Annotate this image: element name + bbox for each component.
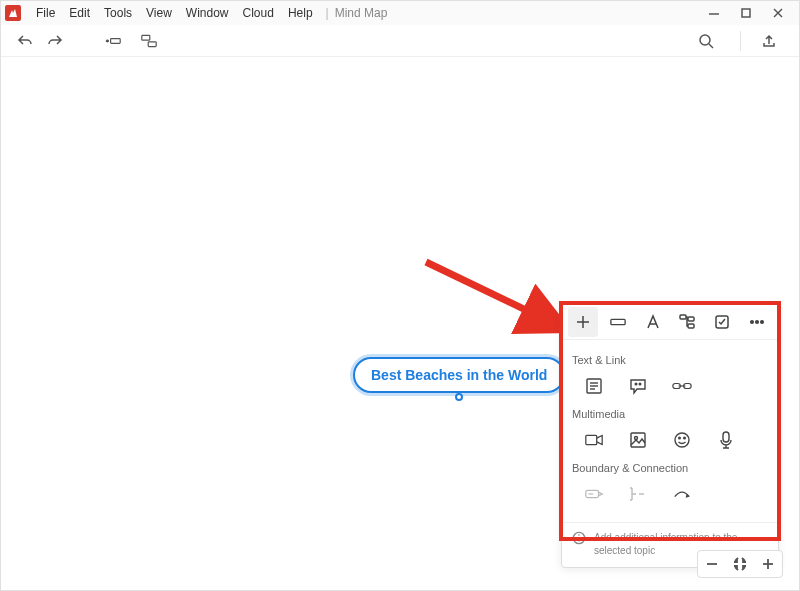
svg-point-27 bbox=[639, 383, 641, 385]
menu-edit[interactable]: Edit bbox=[62, 4, 97, 22]
separator bbox=[740, 31, 741, 51]
app-icon bbox=[5, 5, 21, 21]
menu-help[interactable]: Help bbox=[281, 4, 320, 22]
svg-point-19 bbox=[750, 320, 753, 323]
maximize-button[interactable] bbox=[739, 6, 753, 20]
svg-line-10 bbox=[709, 44, 713, 48]
svg-point-43 bbox=[578, 534, 580, 536]
zoom-in-button[interactable] bbox=[754, 550, 782, 578]
insert-video-button[interactable] bbox=[572, 424, 616, 456]
svg-point-20 bbox=[755, 320, 758, 323]
titlebar: File Edit Tools View Window Cloud Help |… bbox=[1, 1, 799, 25]
menu-cloud[interactable]: Cloud bbox=[236, 4, 281, 22]
svg-point-9 bbox=[700, 35, 710, 45]
insert-image-button[interactable] bbox=[616, 424, 660, 456]
section-label-text-link: Text & Link bbox=[572, 354, 768, 366]
menu-window[interactable]: Window bbox=[179, 4, 236, 22]
add-floating-topic-button[interactable] bbox=[137, 29, 161, 53]
window-controls bbox=[707, 6, 795, 20]
insert-hyperlink-button[interactable] bbox=[660, 370, 704, 402]
minimize-button[interactable] bbox=[707, 6, 721, 20]
svg-rect-31 bbox=[586, 435, 597, 444]
side-panel-tabs bbox=[562, 304, 778, 340]
menu-view[interactable]: View bbox=[139, 4, 179, 22]
svg-rect-16 bbox=[688, 317, 694, 321]
panel-tab-structure[interactable] bbox=[672, 307, 702, 337]
undo-button[interactable] bbox=[13, 29, 37, 53]
search-button[interactable] bbox=[694, 29, 718, 53]
insert-relationship-button[interactable] bbox=[660, 478, 704, 510]
central-topic-text: Best Beaches in the World bbox=[371, 367, 547, 383]
section-label-boundary: Boundary & Connection bbox=[572, 462, 768, 474]
insert-summary-button[interactable] bbox=[616, 478, 660, 510]
svg-rect-1 bbox=[742, 9, 750, 17]
redo-button[interactable] bbox=[43, 29, 67, 53]
section-label-multimedia: Multimedia bbox=[572, 408, 768, 420]
insert-emoji-button[interactable] bbox=[660, 424, 704, 456]
svg-rect-14 bbox=[611, 319, 625, 324]
svg-line-11 bbox=[426, 262, 561, 327]
topic-handle-bottom[interactable] bbox=[455, 393, 463, 401]
svg-point-34 bbox=[675, 433, 689, 447]
zoom-controls bbox=[697, 550, 783, 578]
panel-tab-insert[interactable] bbox=[568, 307, 598, 337]
close-button[interactable] bbox=[771, 6, 785, 20]
toolbar bbox=[1, 25, 799, 57]
svg-rect-37 bbox=[723, 432, 729, 442]
svg-point-35 bbox=[679, 437, 681, 439]
svg-rect-6 bbox=[111, 38, 121, 43]
document-tab-label: Mind Map bbox=[335, 6, 388, 20]
svg-rect-7 bbox=[142, 35, 150, 40]
insert-comment-button[interactable] bbox=[616, 370, 660, 402]
panel-tab-more[interactable] bbox=[742, 307, 772, 337]
panel-tab-font[interactable] bbox=[638, 307, 668, 337]
fit-to-screen-button[interactable] bbox=[726, 550, 754, 578]
central-topic[interactable]: Best Beaches in the World bbox=[353, 357, 565, 393]
svg-point-21 bbox=[760, 320, 763, 323]
zoom-out-button[interactable] bbox=[698, 550, 726, 578]
panel-tab-shape[interactable] bbox=[603, 307, 633, 337]
svg-point-36 bbox=[684, 437, 686, 439]
menu-tools[interactable]: Tools bbox=[97, 4, 139, 22]
separator: | bbox=[326, 6, 329, 20]
svg-rect-17 bbox=[688, 324, 694, 328]
insert-boundary-button[interactable] bbox=[572, 478, 616, 510]
svg-point-26 bbox=[635, 383, 637, 385]
panel-body: Text & Link Multimedia bbox=[562, 340, 778, 522]
side-panel: Text & Link Multimedia bbox=[561, 303, 779, 568]
svg-point-5 bbox=[107, 40, 109, 42]
add-subtopic-button[interactable] bbox=[101, 29, 125, 53]
insert-audio-button[interactable] bbox=[704, 424, 748, 456]
svg-rect-8 bbox=[148, 41, 156, 46]
svg-rect-15 bbox=[680, 315, 686, 319]
menu-file[interactable]: File bbox=[29, 4, 62, 22]
insert-note-button[interactable] bbox=[572, 370, 616, 402]
canvas[interactable]: Best Beaches in the World bbox=[1, 57, 799, 590]
share-button[interactable] bbox=[757, 29, 781, 53]
info-icon bbox=[572, 531, 586, 548]
panel-tab-task[interactable] bbox=[707, 307, 737, 337]
